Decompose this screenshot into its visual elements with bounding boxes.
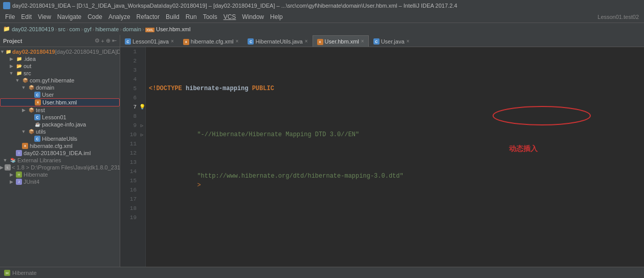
tree-item-ext-libs[interactable]: ▼ 📚 External Libraries (0, 157, 120, 164)
tab-close-lesson01[interactable]: × (171, 38, 174, 44)
breadcrumb-item-5[interactable]: User.hbm.xml (156, 26, 190, 32)
editor-content[interactable]: 1 2 3 4 5 6 7 8 9 10 11 12 13 14 15 16 1… (120, 47, 644, 267)
menu-run[interactable]: Run (183, 11, 200, 23)
breadcrumb-item-0[interactable]: day02-20180419 (12, 26, 54, 32)
code-l2-str: "-//Hibernate/Hibernate Mapping DTD 3.0/… (197, 131, 359, 138)
menu-bar: File Edit View Navigate Code Analyze Ref… (0, 11, 644, 23)
tree-arrow-out[interactable]: ▶ (8, 63, 14, 69)
tree-label-out: out (24, 63, 31, 69)
tree-arrow-pkg-root[interactable]: ▼ (14, 78, 20, 83)
tree-item-idea[interactable]: ▶ 📁 .idea (0, 55, 120, 62)
tab-user-xml[interactable]: X User.hbm.xml × (313, 35, 369, 47)
menu-refactor[interactable]: Refactor (134, 11, 163, 23)
folder-icon-utils: 📦 (28, 129, 35, 135)
line-num-6: 6 (122, 93, 137, 102)
title-text: day02-20180419_IDEA – [D:\1_2_IDEA_java_… (12, 3, 457, 9)
tree-arrow-jdk[interactable]: ▶ (0, 165, 4, 170)
tree-arrow-domain[interactable]: ▼ (20, 85, 27, 90)
line-num-8: 8 (122, 112, 137, 121)
tree-item-domain[interactable]: ▼ 📦 domain (0, 84, 120, 91)
tree-arrow-root[interactable]: ▼ (0, 49, 5, 54)
tree-item-test[interactable]: ▶ 📦 test (0, 106, 120, 114)
line-num-5: 5 (122, 84, 137, 93)
menu-vcs[interactable]: VCS (220, 11, 239, 23)
breadcrumb-item-1[interactable]: src (58, 26, 65, 32)
lightbulb-icon[interactable]: 💡 (139, 104, 145, 110)
bottom-hibernate-label[interactable]: Hibernate (12, 270, 37, 276)
tab-hibernate-utils[interactable]: C HibernateUtils.java × (243, 35, 312, 47)
tree-item-hibernate-cfg[interactable]: X hibernate.cfg.xml (0, 142, 120, 149)
tree-arrow-hib-lib[interactable]: ▶ (8, 172, 14, 177)
sidebar-icon-settings[interactable]: ⊕ (106, 37, 110, 44)
tree-arrow-src[interactable]: ▼ (8, 71, 14, 76)
tree-arrow-idea[interactable]: ▶ (8, 56, 14, 61)
tree-item-jdk[interactable]: ▶ L < 1.8 > D:\Program Files\Java\jdk1.8… (0, 164, 120, 171)
annotation-ellipse-svg (491, 105, 593, 131)
tab-lesson01[interactable]: C Lesson01.java × (120, 35, 179, 47)
menu-window[interactable]: Window (239, 11, 267, 23)
sidebar-icon-plus[interactable]: + (101, 38, 104, 44)
bottom-bar: H Hibernate (0, 267, 644, 278)
java-icon-pkginfo: ☕ (34, 121, 41, 127)
tab-label-lesson01: Lesson01.java (132, 38, 169, 45)
tab-close-user-java[interactable]: × (407, 38, 410, 44)
tree-label-pkg-root: com.gyf.hibernate (30, 77, 74, 83)
tree-item-lesson01[interactable]: C Lesson01 (0, 114, 120, 121)
menu-analyze[interactable]: Analyze (105, 11, 134, 23)
tab-icon-user-xml: X (317, 38, 323, 45)
sidebar-icon-gear[interactable]: ⚙ (95, 37, 100, 44)
tree-item-iml[interactable]: I day02-20180419_IDEA.iml (0, 149, 120, 157)
tree-label-user-xml: User.hbm.xml (42, 99, 77, 105)
gutter: 💡 ▷ ▷ (139, 47, 146, 267)
tree-arrow-utils[interactable]: ▼ (20, 129, 27, 134)
tree-item-out[interactable]: ▶ 📂 out (0, 62, 120, 70)
breadcrumb-item-2[interactable]: com (70, 26, 80, 32)
tab-hibernate-cfg[interactable]: X hibernate.cfg.xml × (179, 35, 243, 47)
tree-item-pkg-info[interactable]: ☕ package-info.java (0, 121, 120, 128)
menu-build[interactable]: Build (163, 11, 183, 23)
sidebar-title: Project (3, 38, 22, 44)
tab-close-user-xml[interactable]: × (361, 38, 364, 44)
lib-icon-jdk: L (5, 164, 11, 170)
tree-label-pkg-info: package-info.java (42, 121, 86, 127)
tree-item-junit4[interactable]: ▶ J JUnit4 (0, 178, 120, 185)
line-num-18: 18 (122, 204, 137, 213)
line-num-7: 7 (122, 102, 137, 112)
tree-item-user-java[interactable]: C User (0, 91, 120, 98)
tab-icon-hib-utils: C (248, 38, 254, 45)
menu-view[interactable]: View (35, 11, 54, 23)
breadcrumb-item-3[interactable]: gyf (84, 26, 92, 32)
menu-tools[interactable]: Tools (200, 11, 220, 23)
tree-item-hibernate-lib[interactable]: ▶ H Hibernate (0, 171, 120, 178)
tree-item-root[interactable]: ▼ 📁 day02-20180419 [day02-20180419_IDEA]… (0, 48, 120, 55)
tree-item-src[interactable]: ▼ 📁 src (0, 70, 120, 77)
bottom-hibernate-icon[interactable]: H (4, 269, 10, 276)
tree-arrow-test[interactable]: ▶ (20, 108, 27, 113)
main-layout: Project ⚙ + ⊕ ⇤ ▼ 📁 day02-20180419 [day0… (0, 35, 644, 267)
menu-file[interactable]: File (2, 11, 18, 23)
java-c-icon-lesson01: C (34, 114, 41, 120)
tree-label-test: test (36, 107, 45, 113)
tree-arrow-junit[interactable]: ▶ (8, 179, 14, 184)
line-num-12: 12 (122, 148, 137, 158)
breadcrumb-item-hibernate[interactable]: hibernate (95, 26, 119, 32)
tree-item-hibernate-utils[interactable]: C HibernateUtils (0, 135, 120, 142)
sidebar-icon-collapse[interactable]: ⇤ (112, 37, 117, 44)
tree-item-pkg-root[interactable]: ▼ 📦 com.gyf.hibernate (0, 77, 120, 84)
line-num-13: 13 (122, 158, 137, 167)
tree-label-hibernate-cfg: hibernate.cfg.xml (30, 143, 73, 149)
code-line-1: <!DOCTYPE hibernate-mapping PUBLIC (149, 84, 641, 93)
tree-arrow-ext[interactable]: ▼ (2, 158, 8, 163)
tab-user-java[interactable]: C User.java × (369, 35, 414, 47)
menu-code[interactable]: Code (84, 11, 105, 23)
code-area[interactable]: <!DOCTYPE hibernate-mapping PUBLIC "-//H… (146, 47, 644, 267)
tree-label-domain: domain (36, 84, 54, 91)
menu-edit[interactable]: Edit (18, 11, 35, 23)
tree-item-utils[interactable]: ▼ 📦 utils (0, 128, 120, 135)
breadcrumb-item-4[interactable]: domain (123, 26, 141, 32)
tab-close-hib-utils[interactable]: × (305, 38, 308, 44)
tab-close-hib-cfg[interactable]: × (236, 38, 239, 44)
menu-help[interactable]: Help (267, 11, 286, 23)
tree-item-user-xml[interactable]: X User.hbm.xml (0, 98, 120, 106)
menu-navigate[interactable]: Navigate (54, 11, 84, 23)
